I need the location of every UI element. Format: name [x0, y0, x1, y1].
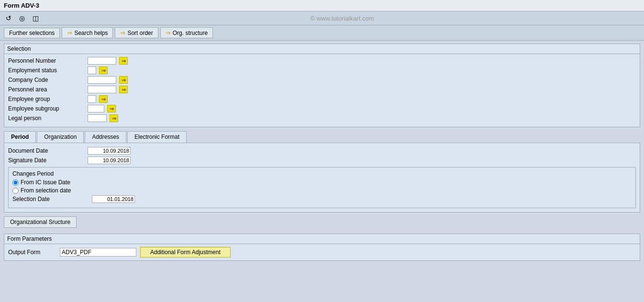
app-title: Form ADV-3 — [4, 2, 39, 9]
tab-sort-order[interactable]: ⇒ Sort order — [115, 27, 158, 38]
tab-period-label: Period — [11, 134, 29, 140]
field-row-document-date: Document Date — [8, 147, 636, 155]
toolbar-icon-list[interactable]: ◫ — [31, 13, 40, 23]
legal-person-input[interactable] — [88, 114, 107, 122]
toolbar: ↺ ◎ ◫ © www.tutorialkart.com — [0, 11, 644, 25]
tab-sort-order-label: Sort order — [127, 30, 153, 36]
company-code-input[interactable] — [88, 76, 116, 84]
employment-status-arrow[interactable]: ⇒ — [99, 67, 108, 74]
document-date-label: Document Date — [8, 147, 85, 154]
field-row-personnel-area: Personnel area ⇒ — [8, 86, 636, 93]
tab-search-helps[interactable]: ⇒ Search helps — [62, 27, 113, 38]
tab-org-structure-label: Org. structure — [173, 30, 208, 36]
personnel-area-label: Personnel area — [8, 86, 85, 93]
company-code-label: Company Code — [8, 77, 85, 83]
org-btn-row: Organizational Sructure — [4, 216, 640, 231]
tab-further-selections[interactable]: Further selections — [4, 28, 60, 38]
tab-addresses[interactable]: Addresses — [85, 131, 126, 143]
tab-arrow-search: ⇒ — [67, 29, 72, 36]
personnel-area-input[interactable] — [88, 86, 116, 93]
employment-status-label: Employment status — [8, 67, 85, 74]
form-params-content: Output Form Additional Form Adjustment — [4, 244, 640, 260]
watermark: © www.tutorialkart.com — [44, 15, 640, 22]
tab-org-structure[interactable]: ⇒ Org. structure — [160, 27, 213, 38]
toolbar-icon-add[interactable]: ◎ — [17, 13, 27, 23]
employee-group-arrow[interactable]: ⇒ — [99, 95, 108, 103]
field-row-employee-group: Employee group ⇒ — [8, 95, 636, 103]
radio-selection-date-label: From selection date — [21, 187, 71, 194]
field-row-employment-status: Employment status ⇒ — [8, 67, 636, 74]
title-bar: Form ADV-3 — [0, 0, 644, 11]
selection-date-input[interactable] — [92, 195, 135, 203]
selection-section-content: Personnel Number ⇒ Employment status ⇒ C… — [4, 54, 640, 127]
legal-person-arrow[interactable]: ⇒ — [110, 114, 118, 122]
radio-row-selection-date: From selection date — [12, 187, 632, 194]
output-form-input[interactable] — [60, 248, 136, 257]
tab-search-helps-label: Search helps — [74, 30, 108, 36]
main-content: Selection Personnel Number ⇒ Employment … — [0, 41, 644, 264]
radio-row-ic-issue: From IC Issue Date — [12, 179, 632, 186]
output-form-label: Output Form — [8, 249, 56, 256]
tab-further-selections-label: Further selections — [9, 30, 55, 36]
tab-electronic-format[interactable]: Electronic Format — [127, 131, 187, 143]
field-row-legal-person: Legal person ⇒ — [8, 114, 636, 122]
personnel-number-input[interactable] — [88, 57, 116, 65]
personnel-number-arrow[interactable]: ⇒ — [119, 57, 128, 65]
employment-status-input[interactable] — [88, 67, 96, 74]
tab-electronic-format-label: Electronic Format — [134, 134, 179, 140]
period-section: Document Date Signature Date Changes Per… — [4, 143, 640, 213]
selection-section-title: Selection — [4, 44, 640, 54]
org-structure-button[interactable]: Organizational Sructure — [4, 216, 77, 228]
employee-group-input[interactable] — [88, 95, 96, 103]
tab-arrow-org: ⇒ — [166, 29, 171, 36]
inner-tabs: Period Organization Addresses Electronic… — [4, 131, 640, 143]
additional-form-adjustment-button[interactable]: Additional Form Adjustment — [140, 247, 231, 257]
radio-selection-date[interactable] — [12, 188, 19, 194]
signature-date-input[interactable] — [88, 157, 131, 164]
tab-organization[interactable]: Organization — [37, 131, 84, 143]
field-row-company-code: Company Code ⇒ — [8, 76, 636, 84]
toolbar-icon-back[interactable]: ↺ — [4, 13, 13, 23]
tab-period[interactable]: Period — [4, 131, 36, 143]
radio-ic-issue-date[interactable] — [12, 179, 19, 186]
personnel-area-arrow[interactable]: ⇒ — [119, 86, 128, 93]
employee-subgroup-arrow[interactable]: ⇒ — [107, 105, 116, 112]
radio-ic-issue-label: From IC Issue Date — [21, 179, 70, 186]
selection-date-label: Selection Date — [12, 196, 89, 202]
top-tabs-bar: Further selections ⇒ Search helps ⇒ Sort… — [0, 25, 644, 41]
signature-date-label: Signature Date — [8, 157, 85, 164]
company-code-arrow[interactable]: ⇒ — [119, 76, 128, 84]
selection-section: Selection Personnel Number ⇒ Employment … — [4, 44, 640, 127]
legal-person-label: Legal person — [8, 115, 85, 122]
employee-group-label: Employee group — [8, 96, 85, 102]
tab-arrow-sort: ⇒ — [120, 29, 125, 36]
form-params-title: Form Parameters — [4, 234, 640, 244]
personnel-number-label: Personnel Number — [8, 57, 85, 64]
employee-subgroup-input[interactable] — [88, 105, 104, 112]
employee-subgroup-label: Employee subgroup — [8, 105, 85, 112]
changes-period-box: Changes Period From IC Issue Date From s… — [8, 167, 636, 208]
tab-organization-label: Organization — [44, 134, 77, 140]
form-params-section: Form Parameters Output Form Additional F… — [4, 234, 640, 261]
changes-period-title: Changes Period — [12, 170, 632, 177]
document-date-input[interactable] — [88, 147, 131, 155]
field-row-selection-date: Selection Date — [12, 195, 632, 203]
field-row-employee-subgroup: Employee subgroup ⇒ — [8, 105, 636, 112]
field-row-personnel-number: Personnel Number ⇒ — [8, 57, 636, 65]
field-row-signature-date: Signature Date — [8, 157, 636, 164]
tab-addresses-label: Addresses — [92, 134, 119, 140]
